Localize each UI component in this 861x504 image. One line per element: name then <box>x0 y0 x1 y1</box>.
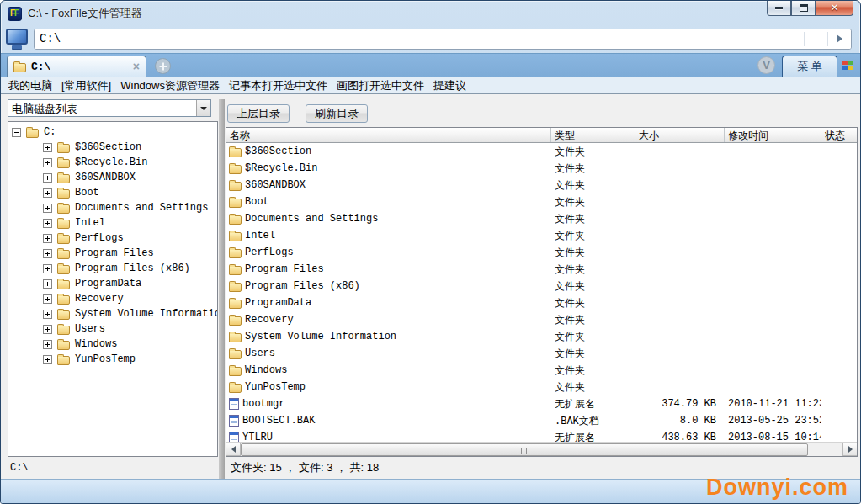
tab-close-icon[interactable]: × <box>133 61 140 72</box>
expand-icon[interactable] <box>43 188 52 198</box>
expand-icon[interactable] <box>43 249 52 258</box>
file-row[interactable]: BOOTSECT.BAK.BAK文档8.0 KB2013-05-25 23:52… <box>226 412 857 429</box>
expand-icon[interactable] <box>43 219 52 228</box>
close-button[interactable]: ✕ <box>816 0 853 16</box>
menu-button[interactable]: 菜 单 <box>782 56 837 77</box>
list-rows: $360Section文件夹 $Recycle.Bin文件夹 360SANDBO… <box>226 143 857 442</box>
expand-icon[interactable] <box>43 234 52 243</box>
folder-icon <box>229 367 242 376</box>
title-bar[interactable]: F F C:\ - FoxFile文件管理器 ✕ <box>1 1 860 26</box>
file-row[interactable]: Boot文件夹 <box>226 194 857 210</box>
tree-item[interactable]: Windows <box>12 337 217 352</box>
expand-icon[interactable] <box>43 173 52 183</box>
tree-item[interactable]: Boot <box>12 185 217 200</box>
new-tab-button[interactable] <box>155 58 171 74</box>
expand-icon[interactable] <box>43 355 52 364</box>
tree-item[interactable]: Program Files (x86) <box>12 261 217 276</box>
combobox-dropdown-button[interactable] <box>196 100 210 116</box>
right-pane: 上层目录 刷新目录 名称 类型 大小 修改时间 状态 $360Section文件… <box>226 99 858 479</box>
tree-item[interactable]: $Recycle.Bin <box>12 155 217 170</box>
v-button[interactable]: V <box>757 56 775 74</box>
folder-icon <box>13 63 26 72</box>
file-row[interactable]: Program Files文件夹 <box>226 261 857 278</box>
toolbar: 我的电脑 [常用软件] Windows资源管理器 记事本打开选中文件 画图打开选… <box>1 77 860 94</box>
toolbar-item-feedback[interactable]: 提建议 <box>433 78 466 93</box>
tree-item[interactable]: Intel <box>12 215 217 231</box>
folder-icon <box>57 235 70 244</box>
scroll-left-button[interactable] <box>226 443 241 456</box>
file-row[interactable]: Intel文件夹 <box>226 227 857 244</box>
tree-item[interactable]: 360SANDBOX <box>12 170 217 185</box>
left-pane: 电脑磁盘列表 C: $360Section $Recycle.Bin 360SA… <box>8 99 218 479</box>
tree-item[interactable]: YunPosTemp <box>12 352 217 367</box>
expand-icon[interactable] <box>43 143 52 152</box>
folder-icon <box>229 165 242 174</box>
folder-icon <box>229 148 242 157</box>
file-row[interactable]: $360Section文件夹 <box>226 143 857 160</box>
tree-item-root[interactable]: C: <box>12 125 217 140</box>
file-row[interactable]: PerfLogs文件夹 <box>226 244 857 261</box>
file-row[interactable]: Windows文件夹 <box>226 362 857 379</box>
tab-c-drive[interactable]: C:\ × <box>7 56 146 77</box>
file-row[interactable]: System Volume Information文件夹 <box>226 328 857 345</box>
scrollbar-thumb[interactable] <box>241 443 808 456</box>
file-row[interactable]: ProgramData文件夹 <box>226 294 857 311</box>
folder-tree: C: $360Section $Recycle.Bin 360SANDBOX B… <box>8 121 218 457</box>
tree-item[interactable]: Users <box>12 321 217 337</box>
grid-icon[interactable] <box>842 61 854 72</box>
pane-splitter[interactable] <box>219 99 225 479</box>
column-header-type[interactable]: 类型 <box>551 128 635 142</box>
tree-item[interactable]: System Volume Information <box>12 306 217 321</box>
expand-icon[interactable] <box>43 204 52 213</box>
toolbar-item-open-with-paint[interactable]: 画图打开选中文件 <box>337 78 424 93</box>
disk-list-combobox[interactable]: 电脑磁盘列表 <box>8 99 211 117</box>
current-path-status: C:\ <box>8 457 218 479</box>
expand-icon[interactable] <box>43 264 52 273</box>
file-row[interactable]: Recovery文件夹 <box>226 311 857 328</box>
tree-item[interactable]: Documents and Settings <box>12 200 217 215</box>
collapse-icon[interactable] <box>12 128 21 137</box>
file-row[interactable]: Documents and Settings文件夹 <box>226 210 857 227</box>
file-row[interactable]: 360SANDBOX文件夹 <box>226 177 857 194</box>
column-header-status[interactable]: 状态 <box>821 128 857 142</box>
arrow-left-icon <box>231 446 236 453</box>
minimize-button[interactable] <box>767 0 791 16</box>
expand-icon[interactable] <box>43 325 52 334</box>
up-directory-button[interactable]: 上层目录 <box>227 104 290 123</box>
tree-item[interactable]: $360Section <box>12 140 217 155</box>
tree-item[interactable]: PerfLogs <box>12 231 217 246</box>
toolbar-item-common-software[interactable]: [常用软件] <box>61 78 111 93</box>
list-header: 名称 类型 大小 修改时间 状态 <box>226 128 857 143</box>
column-header-size[interactable]: 大小 <box>635 128 725 142</box>
tree-item[interactable]: Program Files <box>12 246 217 261</box>
expand-icon[interactable] <box>43 294 52 304</box>
expand-icon[interactable] <box>43 279 52 289</box>
file-row[interactable]: $Recycle.Bin文件夹 <box>226 160 857 177</box>
computer-icon <box>6 29 29 50</box>
file-row[interactable]: YunPosTemp文件夹 <box>226 379 857 395</box>
refresh-directory-button[interactable]: 刷新目录 <box>306 104 368 123</box>
file-row[interactable]: YTLRU无扩展名438.63 KB2013-08-15 10:14:59 <box>226 429 857 442</box>
folder-icon <box>229 316 242 326</box>
column-header-name[interactable]: 名称 <box>226 128 551 142</box>
folder-icon <box>57 265 70 274</box>
file-row[interactable]: bootmgr无扩展名374.79 KB2010-11-21 11:23:51 <box>226 395 857 412</box>
maximize-button[interactable] <box>791 0 816 16</box>
tree-item[interactable]: Recovery <box>12 291 217 306</box>
file-icon <box>229 432 239 442</box>
expand-icon[interactable] <box>43 310 52 319</box>
address-input[interactable] <box>35 29 804 49</box>
column-header-mtime[interactable]: 修改时间 <box>725 128 821 142</box>
file-row[interactable]: Program Files (x86)文件夹 <box>226 278 857 294</box>
expand-icon[interactable] <box>43 158 52 167</box>
address-go-button[interactable] <box>828 29 851 49</box>
toolbar-item-my-computer[interactable]: 我的电脑 <box>8 78 52 93</box>
toolbar-item-windows-explorer[interactable]: Windows资源管理器 <box>120 78 220 93</box>
tree-item[interactable]: ProgramData <box>12 276 217 291</box>
scroll-right-button[interactable] <box>842 443 857 456</box>
file-row[interactable]: Users文件夹 <box>226 345 857 362</box>
expand-icon[interactable] <box>43 340 52 349</box>
horizontal-scrollbar[interactable] <box>226 442 857 456</box>
toolbar-item-open-with-notepad[interactable]: 记事本打开选中文件 <box>229 78 327 93</box>
address-dropdown-button[interactable] <box>805 29 827 49</box>
